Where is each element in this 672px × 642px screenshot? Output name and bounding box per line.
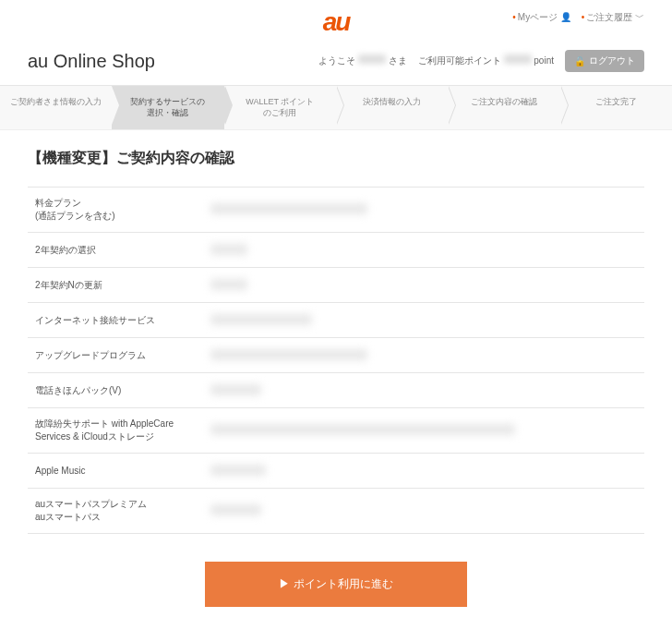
table-row: auスマートパスプレミアム auスマートパス [28,489,644,534]
table-row: 電話きほんパック(V) [28,373,644,408]
row-label: 料金プラン (通話プランを含む) [28,188,203,232]
blurred-value [210,504,261,515]
table-row: インターネット接続サービス [28,303,644,338]
table-row: 2年契約Nの更新 [28,268,644,303]
row-value [203,455,644,487]
row-label: 電話きほんパック(V) [28,375,203,406]
row-label: 2年契約の選択 [28,235,203,266]
row-value [203,235,644,266]
step-2: WALLET ポイント のご利用 [224,86,336,129]
table-row: 2年契約の選択 [28,233,644,268]
row-value [203,495,644,527]
blurred-value [210,244,247,255]
table-row: 料金プラン (通話プランを含む) [28,188,644,233]
step-0: ご契約者さま情報の入力 [0,86,112,129]
points-blurred [504,55,532,64]
order-history-link[interactable]: •ご注文履歴 [582,12,633,22]
step-1: 契約するサービスの 選択・確認 [112,86,223,129]
proceed-button[interactable]: ▶ ポイント利用に進む [205,562,466,607]
step-4: ご注文内容の確認 [448,86,559,129]
table-row: 故障紛失サポート with AppleCare Services & iClou… [28,408,644,454]
blurred-value [210,384,261,395]
lock-icon: 🔓 [574,56,585,67]
step-5: ご注文完了 [560,86,672,129]
user-area: ようこそ さま ご利用可能ポイント point 🔓 ログアウト [318,50,644,72]
row-label: アップグレードプログラム [28,340,203,371]
blurred-value [210,279,247,290]
progress-steps: ご契約者さま情報の入力契約するサービスの 選択・確認WALLET ポイント のご… [0,86,672,130]
row-value [203,340,644,371]
row-label: auスマートパスプレミアム auスマートパス [28,489,203,533]
table-row: アップグレードプログラム [28,338,644,373]
row-label: 2年契約Nの更新 [28,270,203,301]
user-icon: 👤 [560,12,571,22]
username-blurred [358,55,386,64]
table-row: Apple Music [28,454,644,489]
row-value [203,375,644,406]
blurred-value [210,314,312,325]
row-value [203,270,644,301]
step-3: 決済情報の入力 [336,86,448,129]
blurred-value [210,349,367,360]
my-page-link[interactable]: •Myページ [512,12,558,22]
top-links: •Myページ 👤 •ご注文履歴 ﹀ [505,11,644,24]
row-value [203,415,644,446]
chevron-down-icon: ﹀ [635,12,644,22]
row-label: インターネット接続サービス [28,305,203,336]
row-label: 故障紛失サポート with AppleCare Services & iClou… [28,408,203,453]
contract-table: 料金プラン (通話プランを含む)2年契約の選択2年契約Nの更新インターネット接続… [28,187,644,534]
au-logo: au [323,7,350,37]
blurred-value [210,203,367,214]
row-label: Apple Music [28,455,203,487]
row-value [203,194,644,225]
shop-title: au Online Shop [28,51,155,72]
row-value [203,305,644,336]
blurred-value [210,465,266,476]
logout-button[interactable]: 🔓 ログアウト [565,50,644,72]
blurred-value [210,424,515,435]
page-title: 【機種変更】ご契約内容の確認 [28,149,644,168]
